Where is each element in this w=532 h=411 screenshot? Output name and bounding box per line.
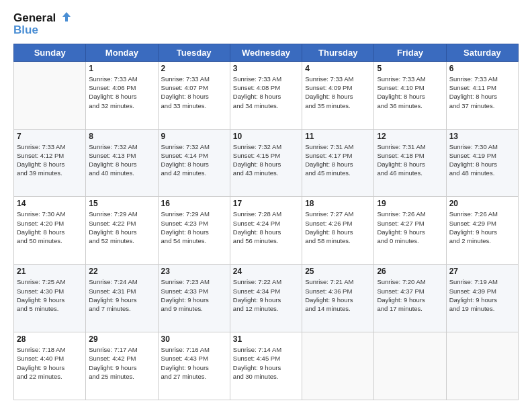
day-info: Sunrise: 7:25 AMSunset: 4:30 PMDaylight:… — [17, 277, 83, 313]
day-info: Sunrise: 7:16 AMSunset: 4:43 PMDaylight:… — [161, 345, 227, 381]
calendar-cell — [446, 332, 518, 400]
day-number: 13 — [449, 132, 515, 141]
day-number: 23 — [161, 267, 227, 276]
day-info: Sunrise: 7:24 AMSunset: 4:31 PMDaylight:… — [89, 277, 154, 313]
day-info: Sunrise: 7:19 AMSunset: 4:39 PMDaylight:… — [449, 277, 515, 313]
calendar-cell: 25Sunrise: 7:21 AMSunset: 4:36 PMDayligh… — [302, 265, 374, 332]
calendar-week-row: 28Sunrise: 7:18 AMSunset: 4:40 PMDayligh… — [14, 332, 519, 400]
calendar-cell: 29Sunrise: 7:17 AMSunset: 4:42 PMDayligh… — [86, 332, 158, 400]
calendar-cell: 13Sunrise: 7:30 AMSunset: 4:19 PMDayligh… — [446, 129, 518, 197]
day-info: Sunrise: 7:28 AMSunset: 4:24 PMDaylight:… — [233, 210, 299, 245]
day-info: Sunrise: 7:31 AMSunset: 4:17 PMDaylight:… — [305, 142, 371, 178]
day-header-tuesday: Tuesday — [158, 44, 230, 61]
day-info: Sunrise: 7:33 AMSunset: 4:11 PMDaylight:… — [449, 75, 515, 110]
calendar-cell — [374, 332, 446, 400]
day-number: 1 — [89, 64, 154, 73]
calendar-week-row: 21Sunrise: 7:25 AMSunset: 4:30 PMDayligh… — [14, 265, 519, 332]
day-info: Sunrise: 7:31 AMSunset: 4:18 PMDaylight:… — [377, 142, 443, 178]
day-number: 7 — [17, 132, 83, 141]
day-number: 18 — [305, 199, 371, 208]
day-info: Sunrise: 7:29 AMSunset: 4:23 PMDaylight:… — [161, 210, 227, 245]
calendar-cell — [302, 332, 374, 400]
calendar-cell: 22Sunrise: 7:24 AMSunset: 4:31 PMDayligh… — [86, 265, 158, 332]
day-info: Sunrise: 7:32 AMSunset: 4:13 PMDaylight:… — [89, 142, 154, 178]
day-number: 22 — [89, 267, 154, 276]
day-header-wednesday: Wednesday — [230, 44, 302, 61]
day-number: 14 — [17, 199, 83, 208]
day-info: Sunrise: 7:30 AMSunset: 4:20 PMDaylight:… — [17, 210, 83, 245]
day-info: Sunrise: 7:32 AMSunset: 4:15 PMDaylight:… — [233, 142, 299, 178]
day-number: 17 — [233, 199, 299, 208]
logo-text-blue: Blue — [13, 24, 38, 37]
calendar-cell: 23Sunrise: 7:23 AMSunset: 4:33 PMDayligh… — [158, 265, 230, 332]
calendar-cell: 27Sunrise: 7:19 AMSunset: 4:39 PMDayligh… — [446, 265, 518, 332]
calendar-cell: 18Sunrise: 7:27 AMSunset: 4:26 PMDayligh… — [302, 197, 374, 265]
calendar-cell: 1Sunrise: 7:33 AMSunset: 4:06 PMDaylight… — [86, 61, 158, 129]
calendar-header-row: SundayMondayTuesdayWednesdayThursdayFrid… — [14, 44, 519, 61]
calendar-cell: 28Sunrise: 7:18 AMSunset: 4:40 PMDayligh… — [14, 332, 86, 400]
day-header-friday: Friday — [374, 44, 446, 61]
header: General Blue — [13, 11, 519, 37]
day-number: 6 — [449, 64, 515, 73]
day-number: 19 — [377, 199, 443, 208]
calendar-cell: 10Sunrise: 7:32 AMSunset: 4:15 PMDayligh… — [230, 129, 302, 197]
calendar-cell: 17Sunrise: 7:28 AMSunset: 4:24 PMDayligh… — [230, 197, 302, 265]
day-number: 8 — [89, 132, 154, 141]
day-info: Sunrise: 7:26 AMSunset: 4:27 PMDaylight:… — [377, 210, 443, 245]
calendar-cell — [14, 61, 86, 129]
calendar-cell: 21Sunrise: 7:25 AMSunset: 4:30 PMDayligh… — [14, 265, 86, 332]
calendar-cell: 3Sunrise: 7:33 AMSunset: 4:08 PMDaylight… — [230, 61, 302, 129]
logo-container: General Blue — [13, 11, 72, 37]
calendar-cell: 9Sunrise: 7:32 AMSunset: 4:14 PMDaylight… — [158, 129, 230, 197]
day-info: Sunrise: 7:33 AMSunset: 4:06 PMDaylight:… — [89, 75, 154, 110]
calendar-cell: 24Sunrise: 7:22 AMSunset: 4:34 PMDayligh… — [230, 265, 302, 332]
day-number: 16 — [161, 199, 227, 208]
logo-text-general: General — [13, 12, 56, 25]
calendar-cell: 5Sunrise: 7:33 AMSunset: 4:10 PMDaylight… — [374, 61, 446, 129]
svg-marker-0 — [62, 12, 71, 21]
day-info: Sunrise: 7:33 AMSunset: 4:12 PMDaylight:… — [17, 142, 83, 178]
day-number: 30 — [161, 334, 227, 344]
day-info: Sunrise: 7:14 AMSunset: 4:45 PMDaylight:… — [233, 345, 299, 381]
day-header-thursday: Thursday — [302, 44, 374, 61]
calendar-cell: 2Sunrise: 7:33 AMSunset: 4:07 PMDaylight… — [158, 61, 230, 129]
calendar-week-row: 1Sunrise: 7:33 AMSunset: 4:06 PMDaylight… — [14, 61, 519, 129]
day-info: Sunrise: 7:33 AMSunset: 4:08 PMDaylight:… — [233, 75, 299, 110]
calendar-week-row: 14Sunrise: 7:30 AMSunset: 4:20 PMDayligh… — [14, 197, 519, 265]
calendar-week-row: 7Sunrise: 7:33 AMSunset: 4:12 PMDaylight… — [14, 129, 519, 197]
day-info: Sunrise: 7:32 AMSunset: 4:14 PMDaylight:… — [161, 142, 227, 178]
calendar-cell: 12Sunrise: 7:31 AMSunset: 4:18 PMDayligh… — [374, 129, 446, 197]
day-number: 24 — [233, 267, 299, 276]
day-header-monday: Monday — [86, 44, 158, 61]
calendar-table: SundayMondayTuesdayWednesdayThursdayFrid… — [13, 44, 519, 400]
day-number: 11 — [305, 132, 371, 141]
day-number: 10 — [233, 132, 299, 141]
day-number: 26 — [377, 267, 443, 276]
calendar-cell: 16Sunrise: 7:29 AMSunset: 4:23 PMDayligh… — [158, 197, 230, 265]
calendar-cell: 11Sunrise: 7:31 AMSunset: 4:17 PMDayligh… — [302, 129, 374, 197]
day-info: Sunrise: 7:33 AMSunset: 4:07 PMDaylight:… — [161, 75, 227, 110]
day-number: 31 — [233, 334, 299, 344]
page: General Blue SundayMondayTuesdayWednesda… — [0, 0, 532, 411]
day-info: Sunrise: 7:22 AMSunset: 4:34 PMDaylight:… — [233, 277, 299, 313]
day-header-saturday: Saturday — [446, 44, 518, 61]
day-number: 9 — [161, 132, 227, 141]
day-number: 21 — [17, 267, 83, 276]
day-number: 29 — [89, 334, 154, 344]
day-number: 27 — [449, 267, 515, 276]
day-info: Sunrise: 7:20 AMSunset: 4:37 PMDaylight:… — [377, 277, 443, 313]
day-info: Sunrise: 7:29 AMSunset: 4:22 PMDaylight:… — [89, 210, 154, 245]
calendar-cell: 30Sunrise: 7:16 AMSunset: 4:43 PMDayligh… — [158, 332, 230, 400]
day-number: 3 — [233, 64, 299, 73]
logo: General Blue — [13, 11, 72, 37]
calendar-cell: 26Sunrise: 7:20 AMSunset: 4:37 PMDayligh… — [374, 265, 446, 332]
calendar-cell: 31Sunrise: 7:14 AMSunset: 4:45 PMDayligh… — [230, 332, 302, 400]
day-number: 25 — [305, 267, 371, 276]
calendar-cell: 20Sunrise: 7:26 AMSunset: 4:29 PMDayligh… — [446, 197, 518, 265]
calendar-cell: 8Sunrise: 7:32 AMSunset: 4:13 PMDaylight… — [86, 129, 158, 197]
calendar-cell: 6Sunrise: 7:33 AMSunset: 4:11 PMDaylight… — [446, 61, 518, 129]
calendar-cell: 14Sunrise: 7:30 AMSunset: 4:20 PMDayligh… — [14, 197, 86, 265]
day-info: Sunrise: 7:18 AMSunset: 4:40 PMDaylight:… — [17, 345, 83, 381]
calendar-cell: 15Sunrise: 7:29 AMSunset: 4:22 PMDayligh… — [86, 197, 158, 265]
day-number: 15 — [89, 199, 154, 208]
